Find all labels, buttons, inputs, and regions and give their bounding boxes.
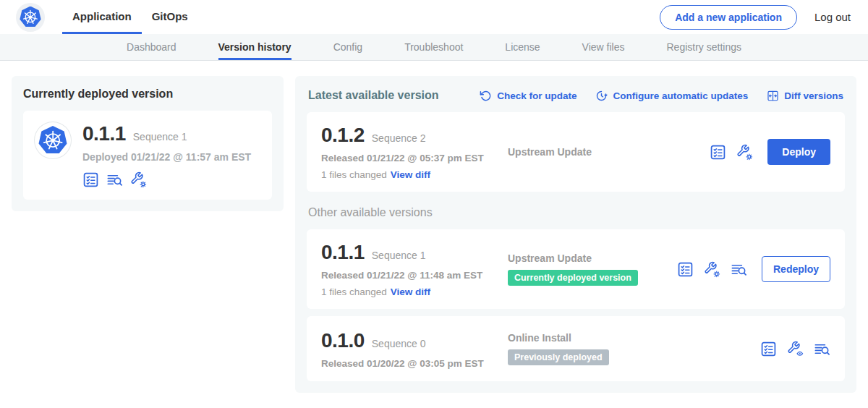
version-row-0-1-1: 0.1.1 Sequence 1 Released 01/21/22 @ 11:… bbox=[307, 229, 845, 309]
other-versions-title: Other available versions bbox=[308, 206, 843, 219]
version-info: 0.1.2 Sequence 2 Released 01/21/22 @ 05:… bbox=[321, 124, 508, 180]
source-label: Upstream Update bbox=[508, 252, 677, 264]
previously-deployed-badge: Previously deployed bbox=[508, 349, 609, 365]
check-for-update-link[interactable]: Check for update bbox=[480, 90, 576, 102]
view-config-icon[interactable] bbox=[787, 341, 804, 357]
add-application-button[interactable]: Add a new application bbox=[660, 5, 797, 30]
panel-actions: Check for update Configure automatic upd… bbox=[480, 90, 843, 102]
sequence-label: Sequence 2 bbox=[372, 132, 426, 144]
version-source: Online Install Previously deployed bbox=[508, 332, 760, 365]
release-notes-icon[interactable] bbox=[82, 171, 99, 188]
view-diff-link[interactable]: View diff bbox=[391, 169, 430, 180]
app-header: Application GitOps Add a new application… bbox=[0, 0, 868, 34]
deployed-version-card: 0.1.1 Sequence 1 Deployed 01/21/22 @ 11:… bbox=[23, 111, 272, 200]
latest-version-header: Latest available version Check for updat… bbox=[308, 89, 843, 102]
diff-icon bbox=[767, 90, 779, 102]
app-subnav: Dashboard Version history Config Trouble… bbox=[0, 34, 868, 61]
sequence-label: Sequence 1 bbox=[372, 250, 426, 261]
deploy-logs-icon[interactable] bbox=[814, 341, 830, 357]
version-source: Upstream Update Currently deployed versi… bbox=[508, 252, 677, 286]
view-diff-link[interactable]: View diff bbox=[391, 286, 430, 297]
deploy-logs-icon[interactable] bbox=[731, 261, 747, 278]
sequence-label: Sequence 0 bbox=[372, 338, 426, 349]
subnav-tab-troubleshoot[interactable]: Troubleshoot bbox=[404, 34, 463, 60]
auto-update-clock-icon bbox=[595, 90, 608, 102]
released-timestamp: Released 01/21/22 @ 11:48 am EST bbox=[321, 270, 508, 281]
latest-version-title: Latest available version bbox=[308, 89, 439, 102]
release-notes-icon[interactable] bbox=[760, 341, 777, 357]
deployed-version-number: 0.1.1 bbox=[82, 122, 126, 145]
redeploy-button[interactable]: Redeploy bbox=[762, 256, 830, 282]
logout-link[interactable]: Log out bbox=[814, 11, 851, 23]
deployed-sequence-label: Sequence 1 bbox=[133, 131, 187, 143]
subnav-tab-config[interactable]: Config bbox=[333, 34, 362, 60]
version-history-panel: Latest available version Check for updat… bbox=[295, 76, 856, 393]
version-actions bbox=[760, 341, 830, 357]
source-label: Online Install bbox=[508, 332, 760, 344]
main-content: Currently deployed version 0.1.1 Sequenc… bbox=[0, 61, 868, 408]
diff-versions-link[interactable]: Diff versions bbox=[767, 90, 843, 102]
version-actions: Deploy bbox=[710, 139, 830, 165]
version-number: 0.1.2 bbox=[321, 124, 365, 147]
files-changed-label: 1 files changed bbox=[321, 169, 387, 180]
currently-deployed-title: Currently deployed version bbox=[23, 88, 272, 101]
edit-config-icon[interactable] bbox=[130, 171, 147, 188]
subnav-tab-dashboard[interactable]: Dashboard bbox=[127, 34, 176, 60]
release-notes-icon[interactable] bbox=[710, 144, 726, 161]
kubernetes-app-icon bbox=[38, 126, 67, 155]
released-timestamp: Released 01/20/22 @ 03:05 pm EST bbox=[321, 358, 508, 369]
diff-versions-label: Diff versions bbox=[784, 90, 843, 101]
currently-deployed-badge: Currently deployed version bbox=[508, 270, 638, 286]
version-row-0-1-2: 0.1.2 Sequence 2 Released 01/21/22 @ 05:… bbox=[307, 112, 845, 192]
deployed-timestamp: Deployed 01/21/22 @ 11:57 am EST bbox=[82, 151, 251, 163]
deploy-logs-icon[interactable] bbox=[106, 171, 123, 188]
version-row-0-1-0: 0.1.0 Sequence 0 Released 01/20/22 @ 03:… bbox=[307, 316, 845, 381]
subnav-tab-version-history[interactable]: Version history bbox=[218, 34, 292, 60]
header-right: Add a new application Log out bbox=[660, 0, 851, 34]
version-number: 0.1.0 bbox=[321, 329, 365, 352]
tab-gitops[interactable]: GitOps bbox=[142, 0, 198, 34]
tab-application-label: Application bbox=[72, 10, 132, 22]
refresh-icon bbox=[480, 90, 492, 102]
configure-updates-label: Configure automatic updates bbox=[613, 90, 748, 101]
check-for-update-label: Check for update bbox=[497, 90, 576, 101]
subnav-tab-registry-settings[interactable]: Registry settings bbox=[667, 34, 741, 60]
version-info: 0.1.0 Sequence 0 Released 01/20/22 @ 03:… bbox=[321, 329, 508, 369]
tab-application[interactable]: Application bbox=[62, 0, 142, 34]
subnav-tab-view-files[interactable]: View files bbox=[582, 34, 625, 60]
edit-config-icon[interactable] bbox=[704, 261, 720, 278]
subnav-tab-license[interactable]: License bbox=[505, 34, 540, 60]
edit-config-icon[interactable] bbox=[736, 144, 753, 161]
released-timestamp: Released 01/21/22 @ 05:37 pm EST bbox=[321, 153, 508, 163]
files-changed-label: 1 files changed bbox=[321, 286, 387, 297]
version-actions: Redeploy bbox=[677, 256, 830, 282]
currently-deployed-card: Currently deployed version 0.1.1 Sequenc… bbox=[12, 76, 284, 211]
app-icon-badge bbox=[35, 122, 71, 158]
version-info: 0.1.1 Sequence 1 Released 01/21/22 @ 11:… bbox=[321, 241, 508, 297]
header-tabs: Application GitOps bbox=[62, 0, 198, 34]
version-source: Upstream Update bbox=[508, 146, 710, 158]
kubernetes-logo-icon bbox=[20, 7, 41, 28]
source-label: Upstream Update bbox=[508, 146, 710, 158]
app-logo bbox=[16, 3, 45, 32]
configure-updates-link[interactable]: Configure automatic updates bbox=[595, 90, 748, 102]
version-number: 0.1.1 bbox=[321, 241, 365, 264]
tab-gitops-label: GitOps bbox=[152, 10, 188, 22]
deployed-version-info: 0.1.1 Sequence 1 Deployed 01/21/22 @ 11:… bbox=[82, 122, 251, 188]
release-notes-icon[interactable] bbox=[677, 261, 694, 278]
deploy-button[interactable]: Deploy bbox=[767, 139, 830, 165]
